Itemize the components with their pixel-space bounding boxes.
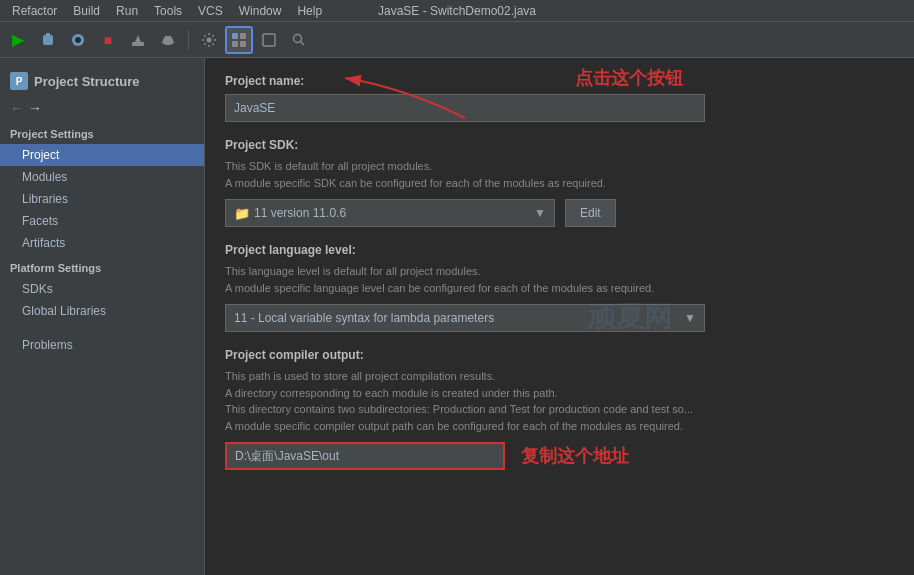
compiler-output-desc: This path is used to store all project c…: [225, 368, 894, 434]
menu-run[interactable]: Run: [108, 2, 146, 20]
svg-rect-9: [232, 41, 238, 47]
layout-button[interactable]: [255, 26, 283, 54]
sidebar-item-project[interactable]: Project: [0, 144, 204, 166]
compiler-output-section: Project compiler output: This path is us…: [225, 348, 894, 470]
sidebar: P Project Structure ← → Project Settings…: [0, 58, 205, 575]
back-arrow[interactable]: ←: [10, 100, 24, 116]
settings-button[interactable]: [195, 26, 223, 54]
project-name-section: Project name:: [225, 74, 894, 122]
compiler-output-input[interactable]: [225, 442, 505, 470]
menu-tools[interactable]: Tools: [146, 2, 190, 20]
sidebar-item-sdks[interactable]: SDKs: [0, 278, 204, 300]
sidebar-item-modules[interactable]: Modules: [0, 166, 204, 188]
build-button[interactable]: [124, 26, 152, 54]
project-sdk-desc: This SDK is default for all project modu…: [225, 158, 894, 191]
svg-rect-4: [132, 42, 144, 46]
sidebar-header: P Project Structure: [0, 66, 204, 96]
sidebar-title: Project Structure: [34, 74, 139, 89]
svg-rect-0: [43, 35, 53, 45]
svg-rect-8: [240, 33, 246, 39]
forward-arrow[interactable]: →: [28, 100, 42, 116]
debug-button[interactable]: [34, 26, 62, 54]
svg-point-3: [75, 37, 81, 43]
svg-line-13: [301, 41, 305, 45]
language-level-value: 11 - Local variable syntax for lambda pa…: [234, 311, 494, 325]
platform-settings-section: Platform Settings: [0, 254, 204, 278]
project-sdk-section: Project SDK: This SDK is default for all…: [225, 138, 894, 227]
project-name-input[interactable]: [225, 94, 705, 122]
project-structure-button[interactable]: [225, 26, 253, 54]
toolbar-separator-1: [188, 30, 189, 50]
menu-build[interactable]: Build: [65, 2, 108, 20]
sidebar-item-libraries[interactable]: Libraries: [0, 188, 204, 210]
sdk-row: 📁 11 version 11.0.6 ▼ Edit: [225, 199, 894, 227]
sdk-select-dropdown[interactable]: 📁 11 version 11.0.6 ▼: [225, 199, 555, 227]
project-name-label: Project name:: [225, 74, 894, 88]
language-level-section: Project language level: This language le…: [225, 243, 894, 332]
menu-help[interactable]: Help: [289, 2, 330, 20]
toolbar: ▶ ■: [0, 22, 914, 58]
menu-refactor[interactable]: Refactor: [4, 2, 65, 20]
compiler-output-label: Project compiler output:: [225, 348, 894, 362]
copy-annotation: 复制这个地址: [521, 444, 629, 468]
menu-vcs[interactable]: VCS: [190, 2, 231, 20]
language-level-label: Project language level:: [225, 243, 894, 257]
language-level-desc: This language level is default for all p…: [225, 263, 894, 296]
sidebar-item-facets[interactable]: Facets: [0, 210, 204, 232]
nav-arrows: ← →: [0, 96, 204, 120]
svg-rect-1: [46, 33, 50, 35]
svg-point-12: [294, 34, 302, 42]
search-button[interactable]: [285, 26, 313, 54]
stop-button[interactable]: ■: [94, 26, 122, 54]
sdk-folder-icon: 📁: [234, 206, 250, 221]
svg-rect-7: [232, 33, 238, 39]
sidebar-item-artifacts[interactable]: Artifacts: [0, 232, 204, 254]
sdk-dropdown-arrow: ▼: [534, 206, 546, 220]
sdk-version-text: 11 version 11.0.6: [254, 206, 346, 220]
svg-rect-10: [240, 41, 246, 47]
window-title: JavaSE - SwitchDemo02.java: [378, 4, 536, 18]
svg-point-6: [207, 37, 212, 42]
project-sdk-label: Project SDK:: [225, 138, 894, 152]
cloud-button[interactable]: [154, 26, 182, 54]
main-layout: P Project Structure ← → Project Settings…: [0, 58, 914, 575]
coverage-button[interactable]: [64, 26, 92, 54]
language-level-dropdown[interactable]: 11 - Local variable syntax for lambda pa…: [225, 304, 705, 332]
run-button[interactable]: ▶: [4, 26, 32, 54]
project-settings-section: Project Settings: [0, 120, 204, 144]
project-icon: P: [10, 72, 28, 90]
sidebar-item-global-libraries[interactable]: Global Libraries: [0, 300, 204, 322]
menu-window[interactable]: Window: [231, 2, 290, 20]
menubar: Refactor Build Run Tools VCS Window Help…: [0, 0, 914, 22]
edit-sdk-button[interactable]: Edit: [565, 199, 616, 227]
svg-rect-11: [263, 34, 275, 46]
lang-dropdown-arrow: ▼: [684, 311, 696, 325]
content-area: 点击这个按钮 顽夏网 Project name: Project SDK: Th…: [205, 58, 914, 575]
sidebar-item-problems[interactable]: Problems: [0, 334, 204, 356]
